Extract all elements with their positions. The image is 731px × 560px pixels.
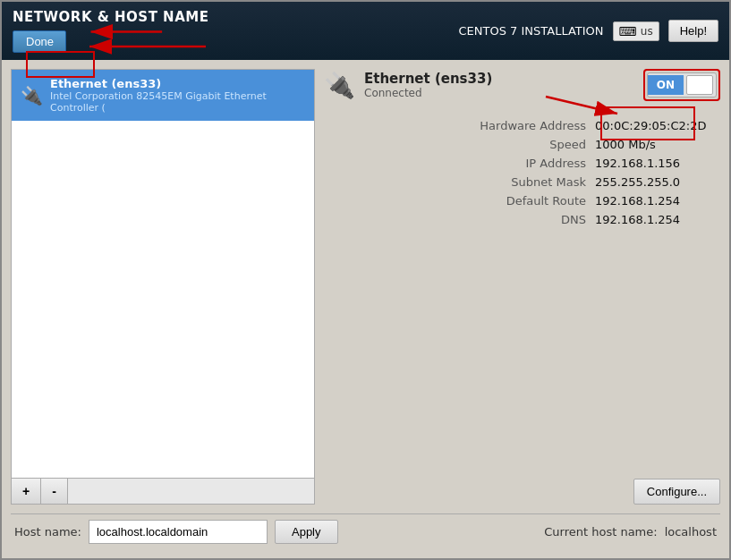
hostname-input[interactable] <box>89 520 268 544</box>
detail-header-left: 🔌 Ethernet (ens33) Connected <box>324 71 492 100</box>
hardware-address-value: 00:0C:29:05:C2:2D <box>595 119 720 132</box>
current-hostname-value: localhost <box>665 525 717 539</box>
ip-address-value: 192.168.1.156 <box>595 157 720 170</box>
keyboard-lang: us <box>641 25 653 38</box>
detail-header: 🔌 Ethernet (ens33) Connected ON <box>324 69 720 101</box>
main-content: 🔌 Ethernet (ens33) Intel Corporation 825… <box>2 60 729 558</box>
network-list-buttons: + - <box>12 478 314 504</box>
keyboard-icon: ⌨ <box>619 24 637 38</box>
info-row-hardware: Hardware Address 00:0C:29:05:C2:2D <box>324 119 720 132</box>
app-window: NETWORK & HOST NAME Done CENTOS 7 INSTAL… <box>0 0 731 560</box>
hardware-address-label: Hardware Address <box>461 119 586 132</box>
ethernet-list-icon: 🔌 <box>21 85 43 106</box>
toggle-switch[interactable]: ON <box>647 72 717 98</box>
network-item-desc: Intel Corporation 82545EM Gigabit Ethern… <box>50 90 305 114</box>
done-button[interactable]: Done <box>13 30 66 53</box>
current-hostname-label: Current host name: <box>544 525 657 539</box>
ethernet-detail-icon: 🔌 <box>324 71 355 100</box>
current-hostname-section: Current host name: localhost <box>544 525 717 539</box>
default-route-label: Default Route <box>461 194 586 208</box>
toggle-thumb <box>686 75 713 95</box>
speed-value: 1000 Mb/s <box>595 138 720 151</box>
info-row-route: Default Route 192.168.1.254 <box>324 194 720 208</box>
toggle-on-label: ON <box>648 75 684 95</box>
network-list-empty <box>12 121 314 478</box>
dns-label: DNS <box>461 213 586 226</box>
info-row-subnet: Subnet Mask 255.255.255.0 <box>324 175 720 189</box>
detail-name-block: Ethernet (ens33) Connected <box>364 71 492 99</box>
help-button[interactable]: Help! <box>668 20 718 42</box>
toggle-container[interactable]: ON <box>643 69 720 101</box>
keyboard-widget[interactable]: ⌨ us <box>613 21 659 41</box>
network-list-item[interactable]: 🔌 Ethernet (ens33) Intel Corporation 825… <box>12 70 314 121</box>
info-row-speed: Speed 1000 Mb/s <box>324 138 720 151</box>
configure-button[interactable]: Configure... <box>633 479 720 505</box>
add-network-button[interactable]: + <box>12 479 41 504</box>
centos-label: CENTOS 7 INSTALLATION <box>459 24 604 38</box>
info-row-ip: IP Address 192.168.1.156 <box>324 157 720 170</box>
detail-spacer <box>324 233 720 471</box>
header: NETWORK & HOST NAME Done CENTOS 7 INSTAL… <box>2 2 729 60</box>
hostname-section: Host name: Apply <box>14 520 338 544</box>
network-list-panel: 🔌 Ethernet (ens33) Intel Corporation 825… <box>11 69 315 505</box>
dns-value: 192.168.1.254 <box>595 213 720 226</box>
page-title: NETWORK & HOST NAME <box>13 9 208 25</box>
top-section: 🔌 Ethernet (ens33) Intel Corporation 825… <box>11 69 720 505</box>
network-detail-panel: 🔌 Ethernet (ens33) Connected ON <box>324 69 720 505</box>
ip-address-label: IP Address <box>461 157 586 170</box>
info-row-dns: DNS 192.168.1.254 <box>324 213 720 226</box>
network-item-name: Ethernet (ens33) <box>50 77 305 90</box>
subnet-mask-value: 255.255.255.0 <box>595 175 720 189</box>
remove-network-button[interactable]: - <box>41 479 68 504</box>
speed-label: Speed <box>461 138 586 151</box>
bottom-bar: Host name: Apply Current host name: loca… <box>11 513 720 549</box>
subnet-mask-label: Subnet Mask <box>461 175 586 189</box>
header-right: CENTOS 7 INSTALLATION ⌨ us Help! <box>459 20 718 42</box>
apply-button[interactable]: Apply <box>275 520 338 544</box>
header-left: NETWORK & HOST NAME Done <box>13 9 208 53</box>
info-table: Hardware Address 00:0C:29:05:C2:2D Speed… <box>324 119 720 226</box>
default-route-value: 192.168.1.254 <box>595 194 720 208</box>
detail-name: Ethernet (ens33) <box>364 71 492 87</box>
detail-status: Connected <box>364 87 492 99</box>
network-item-info: Ethernet (ens33) Intel Corporation 82545… <box>50 77 305 114</box>
hostname-label: Host name: <box>14 525 81 539</box>
